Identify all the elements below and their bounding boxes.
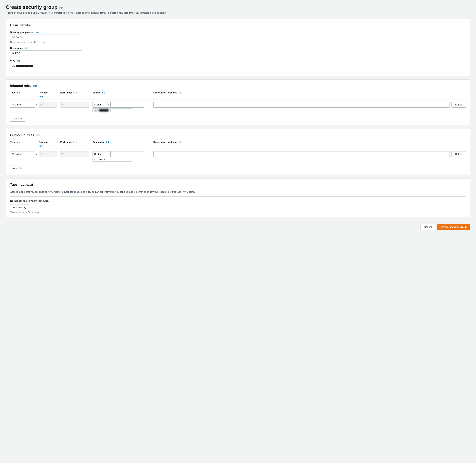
- outbound-type-cell: All traffic ▼: [10, 151, 39, 157]
- outbound-dest-header: Destination: [93, 141, 105, 143]
- outbound-dest-container: Custom ▼ 🔍 0.0.0.0/0 ✕: [93, 151, 153, 162]
- inbound-col-source: Source Info: [93, 91, 153, 94]
- outbound-type-arrow-icon: ▼: [35, 153, 37, 155]
- inbound-type-cell: All traffic ▼: [10, 102, 39, 107]
- inbound-type-arrow-icon: ▼: [35, 104, 37, 106]
- page-title-info-link[interactable]: Info: [59, 7, 63, 9]
- outbound-rules-info-link[interactable]: Info: [36, 134, 40, 137]
- outbound-dest-search-wrapper: 🔍: [110, 151, 144, 157]
- inbound-source-tag-chip: sg-ce██████ ✕: [93, 108, 132, 112]
- outbound-rule-row: All traffic ▼ All All Custom ▼: [10, 151, 466, 162]
- outbound-protocol-cell: All: [39, 151, 60, 157]
- inbound-desc-header: Description - optional: [153, 91, 177, 94]
- inbound-header-row: Type Info Protocol Info Port range Info …: [10, 91, 466, 100]
- outbound-desc-info-link[interactable]: Info: [178, 141, 182, 143]
- inbound-title-row: Inbound rules Info: [10, 84, 466, 88]
- inbound-source-tag-value: sg-ce██████: [94, 109, 108, 112]
- outbound-col-type: Type Info: [10, 141, 39, 143]
- outbound-dest-tag-remove[interactable]: ✕: [104, 159, 106, 161]
- inbound-portrange-cell: All: [60, 102, 93, 107]
- inbound-rules-info-link[interactable]: Info: [33, 85, 37, 87]
- outbound-portrange-info-link[interactable]: Info: [73, 141, 77, 143]
- inbound-delete-btn[interactable]: Delete: [451, 102, 466, 107]
- inbound-portrange-value: All: [60, 102, 89, 107]
- no-tags-text: No tags associated with the resource.: [10, 199, 466, 202]
- name-input[interactable]: [10, 35, 82, 40]
- outbound-add-rule-button[interactable]: Add rule: [10, 165, 25, 171]
- outbound-dest-tag-value: 0.0.0.0/0: [94, 159, 103, 161]
- outbound-action-cell: Delete: [450, 151, 466, 157]
- outbound-dest-type-select[interactable]: Custom: [93, 151, 110, 157]
- inbound-col-protocol: Protocol Info: [39, 91, 60, 98]
- add-new-tag-button[interactable]: Add new tag: [10, 204, 29, 210]
- name-label-row: Security group name Info: [10, 31, 466, 34]
- vpc-label: VPC: [10, 59, 15, 62]
- cancel-button[interactable]: Cancel: [421, 224, 435, 230]
- outbound-col-desc: Description - optional Info: [153, 141, 450, 143]
- inbound-rules-card: Inbound rules Info Type Info Protocol In…: [6, 80, 470, 125]
- outbound-protocol-header: Protocol: [39, 141, 48, 143]
- description-label: Description: [10, 47, 23, 49]
- tag-limit-text: You can add up to 50 more tag: [10, 211, 466, 214]
- outbound-portrange-cell: All: [60, 151, 93, 157]
- outbound-rules-title: Outbound rules: [10, 134, 34, 137]
- outbound-dest-type-wrapper: Custom ▼: [93, 151, 110, 157]
- outbound-portrange-value: All: [60, 151, 89, 157]
- inbound-type-select-wrapper: All traffic ▼: [10, 102, 39, 107]
- inbound-source-info-link[interactable]: Info: [101, 91, 106, 94]
- inbound-portrange-info-link[interactable]: Info: [73, 91, 77, 94]
- description-field: Description Info: [10, 47, 466, 56]
- outbound-desc-input[interactable]: [153, 151, 450, 157]
- description-info-link[interactable]: Info: [25, 47, 28, 49]
- security-group-name-field: Security group name Info Name cannot be …: [10, 31, 466, 44]
- outbound-delete-button[interactable]: Delete: [451, 151, 466, 157]
- outbound-type-select[interactable]: All traffic: [10, 151, 35, 157]
- name-hint: Name cannot be edited after creation.: [10, 41, 466, 44]
- tags-card: Tags - optional A tag is a label that yo…: [6, 178, 470, 218]
- description-input[interactable]: [10, 51, 82, 56]
- outbound-dest-top-row: Custom ▼ 🔍: [93, 151, 153, 157]
- outbound-dest-info-link[interactable]: Info: [106, 141, 110, 143]
- inbound-source-search-input[interactable]: [110, 102, 144, 107]
- inbound-protocol-info-link[interactable]: Info: [39, 95, 43, 98]
- outbound-type-select-wrapper: All traffic ▼: [10, 151, 39, 157]
- outbound-col-dest: Destination Info: [93, 141, 153, 143]
- inbound-desc-input[interactable]: [153, 102, 450, 107]
- outbound-col-portrange: Port range Info: [60, 141, 93, 143]
- inbound-desc-info-link[interactable]: Info: [178, 91, 182, 94]
- tags-title: Tags - optional: [10, 183, 466, 187]
- inbound-source-type-select[interactable]: Custom: [93, 102, 110, 107]
- inbound-rules-title: Inbound rules: [10, 84, 32, 88]
- inbound-protocol-value: All: [39, 102, 57, 107]
- page-subtitle: A security group acts as a virtual firew…: [6, 11, 470, 15]
- inbound-col-desc: Description - optional Info: [153, 91, 450, 94]
- inbound-source-tag-remove[interactable]: ✕: [109, 109, 112, 112]
- outbound-type-info-link[interactable]: Info: [17, 141, 20, 143]
- outbound-header-row: Type Info Protocol Info Port range Info …: [10, 141, 466, 149]
- basic-details-card: Basic details Security group name Info N…: [6, 19, 470, 76]
- inbound-source-search-wrapper: 🔍: [110, 102, 144, 107]
- page-title: Create security group: [6, 4, 57, 10]
- vpc-info-link[interactable]: Info: [17, 59, 20, 62]
- vpc-field: VPC Info vpc-██████████ ▼: [10, 59, 466, 69]
- inbound-col-type: Type Info: [10, 91, 39, 94]
- outbound-dest-search-input[interactable]: [110, 151, 144, 157]
- inbound-source-header: Source: [93, 91, 100, 94]
- inbound-protocol-header: Protocol: [39, 91, 48, 94]
- outbound-type-header: Type: [10, 141, 15, 143]
- vpc-label-row: VPC Info: [10, 59, 466, 62]
- outbound-protocol-info-link[interactable]: Info: [39, 144, 43, 147]
- tags-subtitle: A tag is a label that you assign to an A…: [10, 190, 466, 194]
- create-security-group-button[interactable]: Create security group: [437, 224, 470, 230]
- inbound-rule-row: All traffic ▼ All All Custom ▼: [10, 102, 466, 112]
- outbound-desc-cell: [153, 151, 450, 157]
- vpc-select[interactable]: vpc-██████████: [10, 63, 82, 69]
- outbound-protocol-value: All: [39, 151, 57, 157]
- page-header: Create security group Info: [6, 4, 470, 10]
- inbound-source-container: Custom ▼ 🔍 sg-ce██████ ✕: [93, 102, 153, 112]
- inbound-add-rule-button[interactable]: Add rule: [10, 116, 25, 122]
- inbound-source-cell: Custom ▼ 🔍 sg-ce██████ ✕: [93, 102, 153, 112]
- inbound-type-info-link[interactable]: Info: [17, 91, 20, 94]
- inbound-type-select[interactable]: All traffic: [10, 102, 35, 107]
- name-info-link[interactable]: Info: [35, 31, 39, 34]
